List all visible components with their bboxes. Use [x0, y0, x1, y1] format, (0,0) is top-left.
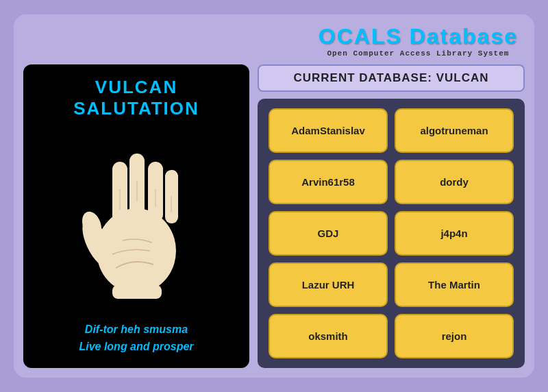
- outer-card: OCALS Database Open Computer Access Libr…: [14, 14, 534, 378]
- db-list-item[interactable]: dordy: [395, 160, 514, 204]
- right-panel: CURRENT DATABASE: VULCAN AdamStanislaval…: [258, 64, 525, 368]
- db-list-item[interactable]: j4p4n: [395, 211, 514, 256]
- db-list-item[interactable]: rejon: [395, 314, 514, 358]
- quote-line2: Live long and prosper: [79, 338, 193, 356]
- app-title: OCALS Database: [319, 24, 518, 49]
- vulcan-title: VULCAN SALUTATION: [30, 77, 242, 119]
- db-list-item[interactable]: oksmith: [269, 314, 388, 358]
- vulcan-quote: Dif-tor heh smusma Live long and prosper: [79, 321, 193, 356]
- header-row: OCALS Database Open Computer Access Libr…: [23, 24, 525, 58]
- db-list-item[interactable]: AdamStanislav: [269, 108, 388, 153]
- db-list-item[interactable]: GDJ: [269, 211, 388, 256]
- main-row: VULCAN SALUTATION: [23, 64, 525, 368]
- db-list-item[interactable]: Arvin61r58: [269, 160, 388, 204]
- db-list-item[interactable]: Lazur URH: [269, 262, 388, 307]
- app-subtitle: Open Computer Access Library System: [319, 49, 518, 58]
- svg-rect-11: [112, 285, 162, 299]
- app-title-block: OCALS Database Open Computer Access Libr…: [319, 24, 518, 58]
- db-list-container: AdamStanislavalgotrunemanArvin61r58dordy…: [258, 99, 525, 368]
- hand-container: [30, 119, 242, 321]
- vulcan-hand-icon: [71, 141, 201, 299]
- quote-line1: Dif-tor heh smusma: [79, 321, 193, 339]
- db-list-item[interactable]: algotruneman: [395, 108, 514, 153]
- left-panel: VULCAN SALUTATION: [23, 64, 249, 368]
- db-list-item[interactable]: The Martin: [395, 262, 514, 307]
- db-header: CURRENT DATABASE: VULCAN: [258, 64, 525, 92]
